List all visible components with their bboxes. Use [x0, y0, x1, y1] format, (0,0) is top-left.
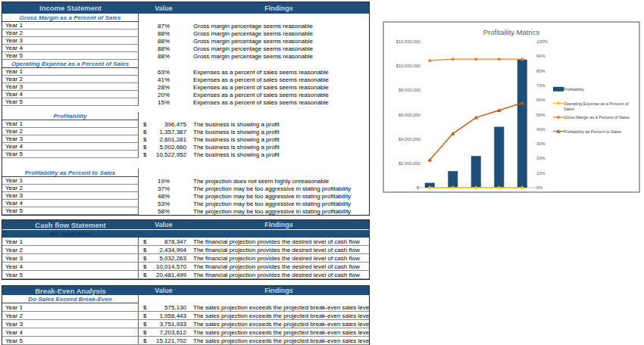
row-finding: The projection may be too aggressive in …: [189, 200, 369, 207]
banded-subtitle: Net Cash Flow: [49, 231, 91, 238]
row-label: Year 5: [2, 98, 139, 106]
left-axis-tick-label: $8,000,000: [399, 88, 420, 92]
row-finding: The sales projection exceeds the project…: [189, 312, 369, 319]
table-row: Year 388%Gross margin percentage seems r…: [2, 37, 369, 45]
currency-symbol: $: [143, 247, 146, 253]
currency-symbol: $: [143, 121, 146, 128]
row-finding: The business is showing a profit: [189, 135, 369, 143]
row-label: Year 5: [2, 151, 139, 158]
row-label: Year 2: [2, 185, 139, 192]
row-value: 88%: [139, 45, 189, 52]
table-row: Year 3$2,601,281The business is showing …: [2, 135, 369, 143]
row-value: $2,434,994: [139, 246, 189, 253]
table-row: Year 4$5,002,660The business is showing …: [2, 143, 369, 151]
right-axis-tick-label: 30%: [536, 141, 546, 146]
table-row: Year 241%Expenses as a percent of sales …: [2, 76, 369, 83]
section-header-band: Income StatementValueFindings: [2, 2, 369, 14]
row-value: $20,481,499: [139, 271, 189, 278]
table-row: Year 515%Expenses as a percent of sales …: [2, 98, 369, 106]
group-subtitle-cell: Profitability as Percent to Sales: [2, 169, 139, 177]
row-finding: Expenses as a percent of sales seems rea…: [189, 83, 369, 91]
currency-symbol: $: [143, 144, 146, 151]
right-axis-tick-label: 80%: [536, 69, 546, 73]
column-header-value: Value: [139, 5, 189, 12]
currency-symbol: $: [143, 263, 146, 270]
row-label: Year 1: [2, 303, 139, 311]
currency-symbol: $: [143, 129, 146, 135]
group-subtitle-cell: Profitability: [2, 112, 139, 120]
table-row: Year 5$20,481,499The financial projectio…: [2, 271, 369, 279]
row-amount: 20,481,499: [156, 272, 186, 278]
row-finding: Expenses as a percent of sales seems rea…: [189, 91, 369, 98]
table-row: Year 2$1,958,443The sales projection exc…: [2, 312, 369, 320]
row-amount: 878,347: [164, 238, 186, 245]
table-row: Year 588%Gross margin percentage seems r…: [2, 52, 369, 60]
row-amount: 2,601,281: [159, 136, 186, 143]
right-axis-tick-label: 50%: [536, 113, 546, 117]
row-finding: The financial projection provides the de…: [189, 254, 369, 262]
row-value: $1,357,387: [139, 128, 189, 135]
row-value: $10,014,570: [139, 263, 189, 270]
row-value: $396,475: [139, 120, 189, 128]
table-row: Year 288%Gross margin percentage seems r…: [2, 30, 369, 37]
profitability-metrics-chart: Profitaility Matrics$12,000,000$10,000,0…: [383, 21, 640, 193]
row-finding: Gross margin percentage seems reasonable: [189, 45, 369, 52]
row-label: Year 3: [2, 254, 139, 262]
group-subtitle-row: Profitability as Percent to Sales: [2, 169, 369, 177]
column-header-findings: Findings: [189, 287, 369, 294]
currency-symbol: $: [143, 329, 146, 336]
group-subtitle-cell: Operating Expense as a Percent of Sales: [2, 60, 139, 68]
banded-subtitle-cell: Net Cash Flow: [2, 231, 139, 238]
line-marker: [557, 101, 561, 105]
left-axis-tick-label: $6,000,000: [399, 113, 420, 117]
row-amount: 1,357,387: [159, 129, 186, 135]
bar-profitability: [517, 60, 527, 188]
left-axis-tick-label: $4,000,000: [399, 137, 420, 141]
table-row: Year 558%The projection may be too aggre…: [2, 207, 369, 215]
row-finding: Gross margin percentage seems reasonable: [189, 22, 369, 30]
line-profitability-as-percent-to-sales: [430, 103, 522, 160]
row-amount: 1,958,443: [159, 312, 186, 319]
row-amount: 15,121,702: [156, 337, 186, 344]
row-value: 41%: [139, 76, 189, 83]
section-header-band: Cash flow StatementValueFindings: [2, 220, 369, 229]
right-axis-tick-label: 20%: [536, 156, 546, 160]
row-amount: 7,203,612: [159, 329, 186, 336]
row-finding: The projection may be too aggressive in …: [189, 192, 369, 200]
spacer-row: [2, 158, 369, 169]
row-label: Year 3: [2, 320, 139, 328]
section-title: Income Statement: [2, 4, 139, 12]
line-marker: [428, 59, 432, 63]
table-row: Year 3$3,751,933The sales projection exc…: [2, 320, 369, 328]
row-finding: Gross margin percentage seems reasonable: [189, 52, 369, 60]
legend-item-operating-expense-as-a-percent-of-sales-label: Sales: [564, 107, 574, 111]
group-subtitle-row: Profitability: [2, 112, 369, 120]
row-amount: 2,434,994: [159, 247, 186, 253]
row-amount: 10,522,952: [156, 151, 186, 158]
row-finding: Expenses as a percent of sales seems rea…: [189, 68, 369, 76]
currency-symbol: $: [143, 304, 146, 311]
row-label: Year 3: [2, 37, 139, 45]
chart-canvas: Profitaility Matrics$12,000,000$10,000,0…: [384, 23, 639, 191]
row-label: Year 5: [2, 271, 139, 278]
row-finding: The projection does not seem highly unre…: [189, 177, 369, 185]
row-value: $3,751,933: [139, 320, 189, 328]
row-label: Year 2: [2, 246, 139, 253]
legend-item-profitability-label: Profitability: [564, 87, 584, 92]
row-label: Year 2: [2, 312, 139, 319]
row-amount: 575,130: [164, 304, 186, 311]
row-label: Year 3: [2, 192, 139, 200]
row-label: Year 2: [2, 30, 139, 37]
right-axis-tick-label: 70%: [536, 83, 546, 88]
row-label: Year 5: [2, 337, 139, 344]
right-axis-tick-label: 0%: [536, 185, 542, 190]
group-subtitle-row: Do Sales Exceed Break-Even: [2, 295, 369, 303]
row-value: $878,347: [139, 238, 189, 245]
group-subtitle: Gross Margin as a Percent of Sales: [20, 14, 121, 21]
currency-symbol: $: [143, 255, 146, 262]
group-subtitle-cell: Do Sales Exceed Break-Even: [2, 295, 139, 303]
row-finding: Expenses as a percent of sales seems rea…: [189, 76, 369, 83]
group-subtitle-cell: Gross Margin as a Percent of Sales: [2, 14, 139, 22]
empty-cell: [189, 14, 369, 22]
chart-title: Profitaility Matrics: [483, 28, 540, 36]
